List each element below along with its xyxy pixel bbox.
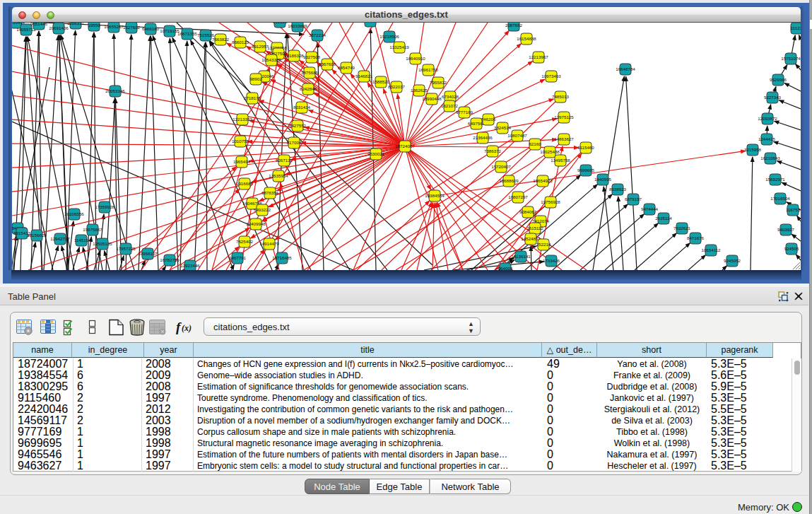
svg-text:19975867: 19975867 <box>83 227 102 232</box>
svg-text:10655267: 10655267 <box>104 24 124 29</box>
svg-text:7955812: 7955812 <box>430 80 447 85</box>
svg-text:9084067: 9084067 <box>519 209 537 214</box>
svg-text:f: f <box>176 320 182 334</box>
svg-text:7632621: 7632621 <box>673 226 691 230</box>
svg-text:9529966: 9529966 <box>770 77 787 82</box>
svg-text:9651446: 9651446 <box>30 23 48 26</box>
svg-text:2087662: 2087662 <box>505 23 523 28</box>
svg-text:62160: 62160 <box>529 141 541 146</box>
svg-text:15720407: 15720407 <box>491 164 511 169</box>
svg-text:(x): (x) <box>182 323 192 333</box>
svg-text:19654923: 19654923 <box>533 178 553 183</box>
svg-text:114519: 114519 <box>74 238 89 243</box>
svg-text:924505: 924505 <box>784 246 799 251</box>
svg-text:8267130: 8267130 <box>276 158 293 163</box>
svg-text:13495758: 13495758 <box>551 158 570 163</box>
svg-text:3875685: 3875685 <box>301 70 319 75</box>
svg-text:9457791: 9457791 <box>229 255 247 260</box>
svg-text:16648784: 16648784 <box>616 66 635 71</box>
svg-text:10958107: 10958107 <box>138 251 158 256</box>
svg-text:15716485: 15716485 <box>272 255 292 260</box>
svg-text:16033809: 16033809 <box>288 23 307 28</box>
svg-text:15136141: 15136141 <box>511 254 531 259</box>
svg-text:17359928: 17359928 <box>95 204 114 209</box>
svg-text:16154838: 16154838 <box>517 36 536 41</box>
svg-text:8242848: 8242848 <box>300 86 317 91</box>
svg-text:10688609: 10688609 <box>499 178 519 183</box>
svg-text:10719155: 10719155 <box>160 28 180 33</box>
svg-text:6466160: 6466160 <box>142 26 160 31</box>
svg-text:16671355: 16671355 <box>177 31 197 36</box>
svg-text:7625402: 7625402 <box>236 239 254 244</box>
svg-text:20053346: 20053346 <box>105 88 125 93</box>
svg-text:10807487: 10807487 <box>507 133 527 138</box>
svg-text:2367608: 2367608 <box>319 62 336 66</box>
svg-text:9403927: 9403927 <box>777 227 795 232</box>
svg-text:10973493: 10973493 <box>541 74 561 78</box>
svg-text:746206: 746206 <box>481 117 496 122</box>
svg-text:21364436: 21364436 <box>473 135 493 140</box>
svg-text:10543382: 10543382 <box>261 57 281 62</box>
svg-text:10025438: 10025438 <box>540 149 560 154</box>
svg-text:12213967: 12213967 <box>529 54 548 59</box>
svg-text:3572224: 3572224 <box>309 33 326 37</box>
svg-text:1527602: 1527602 <box>123 25 141 30</box>
svg-text:13535954: 13535954 <box>269 173 288 178</box>
svg-text:12505135: 12505135 <box>93 241 112 246</box>
svg-text:2935114: 2935114 <box>655 216 672 221</box>
svg-text:17957225: 17957225 <box>116 246 136 251</box>
svg-text:8031414: 8031414 <box>293 105 311 110</box>
svg-text:6734028: 6734028 <box>442 94 459 99</box>
svg-text:10654112: 10654112 <box>701 247 721 252</box>
svg-text:1733426: 1733426 <box>543 258 560 263</box>
svg-text:252214: 252214 <box>536 242 551 247</box>
svg-text:9227343: 9227343 <box>764 95 782 100</box>
svg-text:9327508: 9327508 <box>303 54 321 59</box>
svg-text:8427552: 8427552 <box>289 123 307 128</box>
svg-text:1010755: 1010755 <box>232 139 249 144</box>
svg-text:16782759: 16782759 <box>160 257 180 262</box>
svg-text:12975125: 12975125 <box>554 115 574 119</box>
svg-text:13325419: 13325419 <box>389 45 409 49</box>
svg-text:2718176: 2718176 <box>244 95 261 100</box>
svg-text:8454749: 8454749 <box>338 65 355 70</box>
svg-text:16961758: 16961758 <box>418 67 438 72</box>
svg-text:1621072: 1621072 <box>441 103 459 108</box>
svg-text:18640910: 18640910 <box>406 56 425 61</box>
svg-text:9146821: 9146821 <box>355 74 373 78</box>
svg-text:7663822: 7663822 <box>212 37 230 42</box>
svg-text:9474444: 9474444 <box>641 206 659 211</box>
svg-text:9530021: 9530021 <box>367 151 385 156</box>
svg-text:19218506: 19218506 <box>379 34 399 39</box>
svg-text:964005: 964005 <box>498 266 513 270</box>
svg-text:7386372: 7386372 <box>484 148 502 153</box>
svg-text:3215958: 3215958 <box>744 147 762 152</box>
svg-text:9777169: 9777169 <box>456 110 473 115</box>
svg-text:20691406: 20691406 <box>49 25 69 30</box>
svg-text:12409948: 12409948 <box>246 221 266 226</box>
svg-text:9699695: 9699695 <box>577 168 595 173</box>
svg-text:1965494: 1965494 <box>233 159 251 164</box>
svg-text:14914479: 14914479 <box>259 241 279 246</box>
svg-text:15751074: 15751074 <box>781 56 801 61</box>
svg-text:116753: 116753 <box>786 207 801 212</box>
svg-text:9115460: 9115460 <box>577 145 594 150</box>
svg-text:12942737: 12942737 <box>50 236 70 241</box>
svg-text:1440995: 1440995 <box>594 177 612 182</box>
svg-text:8322037: 8322037 <box>388 84 406 89</box>
svg-text:19756928: 19756928 <box>541 199 560 204</box>
svg-text:9245052: 9245052 <box>724 258 741 263</box>
svg-text:8938923: 8938923 <box>609 187 627 192</box>
svg-text:8912957: 8912957 <box>252 44 269 49</box>
svg-text:3324514: 3324514 <box>494 125 512 130</box>
svg-text:15692971: 15692971 <box>765 177 785 182</box>
svg-text:12213393: 12213393 <box>233 117 252 122</box>
svg-text:16210643: 16210643 <box>760 156 780 160</box>
svg-text:5493222: 5493222 <box>254 207 271 212</box>
svg-text:6878354: 6878354 <box>261 190 279 195</box>
svg-text:20206556: 20206556 <box>64 211 84 216</box>
svg-text:18186328: 18186328 <box>284 53 304 58</box>
svg-text:817004: 817004 <box>287 140 302 145</box>
svg-text:8660123: 8660123 <box>232 40 249 45</box>
svg-text:1916685: 1916685 <box>236 181 254 186</box>
